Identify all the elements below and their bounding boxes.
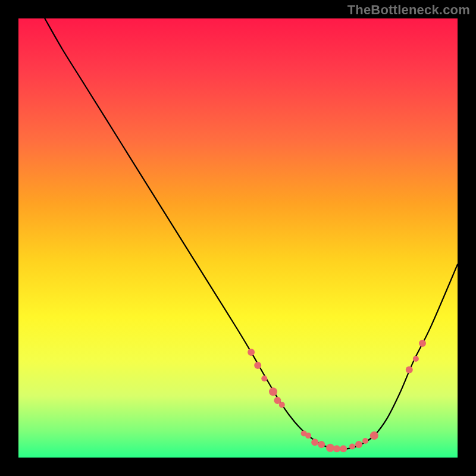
bottleneck-curve — [45, 18, 458, 449]
marker-dot — [279, 402, 285, 408]
marker-dot — [419, 340, 426, 347]
watermark-text: TheBottleneck.com — [347, 2, 470, 18]
marker-dot — [349, 444, 355, 450]
marker-dot — [269, 387, 277, 396]
marker-dot — [333, 445, 340, 452]
curve-markers — [248, 340, 426, 452]
chart-svg — [18, 18, 458, 458]
marker-dot — [370, 431, 378, 440]
marker-dot — [326, 444, 334, 452]
marker-dot — [254, 362, 261, 369]
marker-dot — [318, 441, 325, 448]
marker-dot — [261, 375, 267, 381]
marker-dot — [355, 441, 362, 448]
marker-dot — [248, 349, 255, 356]
marker-dot — [413, 356, 419, 362]
marker-dot — [311, 439, 318, 446]
marker-dot — [340, 445, 347, 452]
marker-dot — [406, 366, 413, 373]
marker-dot — [362, 438, 368, 444]
marker-dot — [305, 433, 311, 439]
